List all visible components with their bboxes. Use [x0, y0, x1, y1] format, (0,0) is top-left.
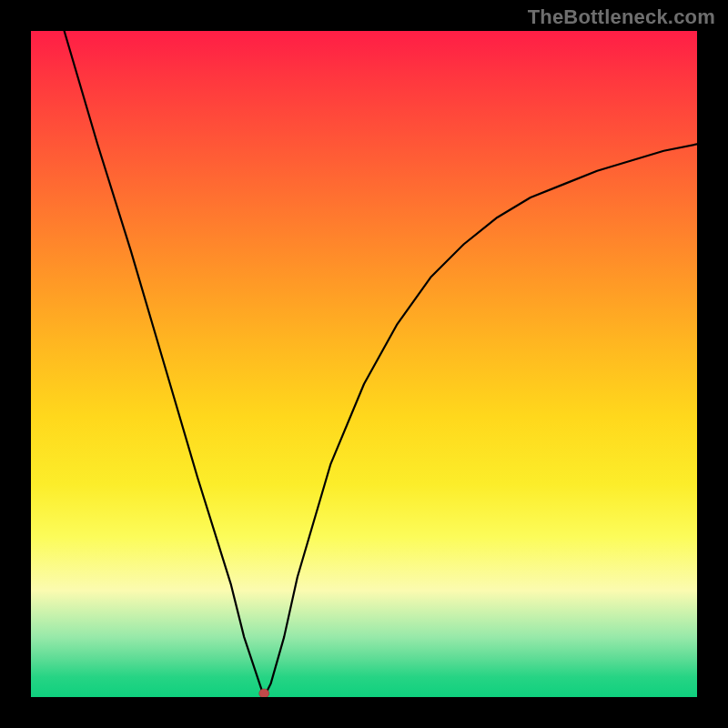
- plot-area: [31, 31, 697, 697]
- bottleneck-curve: [65, 31, 697, 697]
- curve-svg: [31, 31, 697, 697]
- minimum-marker: [259, 689, 269, 697]
- chart-container: TheBottleneck.com: [0, 0, 728, 728]
- watermark-text: TheBottleneck.com: [528, 5, 715, 29]
